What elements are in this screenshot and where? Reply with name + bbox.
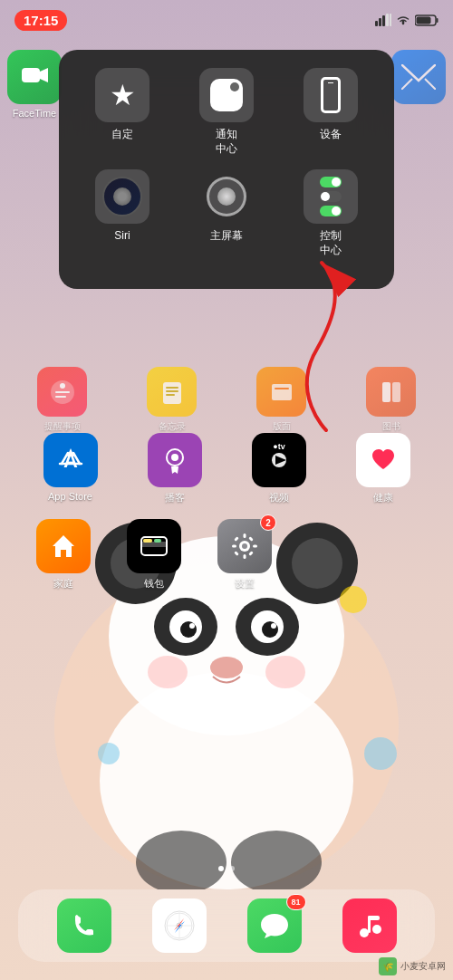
device-label: 设备 bbox=[320, 128, 342, 142]
health-svg bbox=[367, 444, 400, 476]
svg-point-12 bbox=[262, 621, 278, 638]
app-row-1: A App Store 播客 ●tv 视频 bbox=[0, 426, 453, 512]
music-dock-icon bbox=[342, 898, 397, 953]
svg-point-60 bbox=[242, 543, 247, 549]
health-icon bbox=[356, 433, 410, 487]
svg-rect-80 bbox=[368, 916, 380, 920]
svg-rect-58 bbox=[154, 539, 161, 543]
menu-item-device[interactable]: 设备 bbox=[285, 68, 376, 156]
toggle-on-1 bbox=[320, 177, 342, 187]
svg-point-77 bbox=[360, 928, 369, 937]
home-screen-icon bbox=[207, 177, 246, 216]
facetime-partial[interactable]: FaceTime bbox=[7, 50, 62, 119]
wallet-item[interactable]: 钱包 bbox=[118, 519, 190, 591]
podcasts-label: 播客 bbox=[165, 491, 185, 504]
page-dot-1 bbox=[218, 866, 224, 871]
safari-svg bbox=[163, 909, 196, 942]
customize-label: 自定 bbox=[111, 128, 133, 142]
svg-text:🌾: 🌾 bbox=[382, 961, 394, 973]
settings-item[interactable]: 2 设置 bbox=[208, 519, 281, 591]
tv-svg: ●tv bbox=[259, 444, 299, 476]
home-item[interactable]: 家庭 bbox=[27, 519, 100, 591]
status-time: 17:15 bbox=[14, 10, 67, 31]
status-bar: 17:15 bbox=[0, 0, 453, 40]
red-arrow bbox=[272, 258, 362, 439]
customize-icon-wrap: ★ bbox=[95, 68, 149, 122]
wifi-icon bbox=[396, 14, 410, 25]
messages-dock-item[interactable]: 81 bbox=[247, 898, 302, 953]
app-store-label: App Store bbox=[48, 491, 92, 502]
svg-rect-30 bbox=[417, 16, 431, 24]
device-icon-wrap bbox=[304, 68, 358, 122]
svg-point-17 bbox=[265, 656, 305, 688]
toggle-off-2 bbox=[320, 191, 342, 202]
svg-point-50 bbox=[171, 454, 178, 461]
svg-point-14 bbox=[271, 623, 276, 629]
toggle-row-1 bbox=[320, 177, 342, 187]
home-screen-label: 主屏幕 bbox=[210, 229, 243, 244]
svg-rect-68 bbox=[248, 536, 254, 542]
control-center-icon bbox=[320, 177, 342, 216]
settings-icon-wrap: 2 bbox=[217, 519, 272, 573]
svg-point-13 bbox=[189, 623, 195, 629]
svg-rect-39 bbox=[55, 396, 66, 398]
phone-dock-item[interactable] bbox=[57, 898, 111, 953]
podcasts-item[interactable]: 播客 bbox=[139, 433, 211, 504]
svg-rect-42 bbox=[166, 390, 178, 392]
phone-dock-icon bbox=[57, 898, 111, 953]
page-dot-2 bbox=[229, 866, 235, 871]
menu-item-notification-center[interactable]: 通知中心 bbox=[181, 68, 272, 156]
battery-icon bbox=[415, 14, 439, 26]
app-store-item[interactable]: A App Store bbox=[34, 433, 107, 502]
svg-point-16 bbox=[148, 656, 188, 688]
safari-dock-item[interactable] bbox=[152, 898, 207, 953]
toggle-knob-3 bbox=[332, 207, 341, 216]
watermark: 🌾 小麦安卓网 bbox=[379, 957, 446, 975]
health-item[interactable]: 健康 bbox=[347, 433, 419, 504]
svg-rect-31 bbox=[22, 68, 40, 82]
toggle-knob-2 bbox=[321, 192, 330, 201]
svg-rect-63 bbox=[232, 545, 236, 548]
svg-rect-65 bbox=[234, 536, 239, 542]
home-label: 家庭 bbox=[53, 577, 73, 591]
tv-item[interactable]: ●tv 视频 bbox=[243, 433, 315, 504]
home-icon bbox=[36, 519, 91, 573]
notification-center-label: 通知中心 bbox=[216, 128, 237, 156]
svg-rect-43 bbox=[166, 394, 175, 396]
watermark-icon: 🌾 bbox=[379, 957, 397, 975]
menu-item-customize[interactable]: ★ 自定 bbox=[77, 68, 168, 156]
settings-badge: 2 bbox=[260, 514, 276, 531]
svg-rect-64 bbox=[253, 545, 257, 548]
home-svg bbox=[47, 530, 80, 562]
page-dots bbox=[218, 866, 235, 871]
menu-item-siri[interactable]: Siri bbox=[77, 169, 168, 257]
toggle-knob-1 bbox=[332, 178, 341, 187]
books-app: 图书 bbox=[366, 367, 416, 433]
menu-item-control-center[interactable]: 控制中心 bbox=[285, 169, 376, 257]
menu-item-home-screen[interactable]: 主屏幕 bbox=[181, 169, 272, 257]
svg-rect-56 bbox=[143, 539, 152, 543]
svg-point-20 bbox=[364, 737, 397, 770]
music-dock-item[interactable] bbox=[342, 898, 397, 953]
reminders-app: 提醒事项 bbox=[37, 367, 87, 433]
svg-line-35 bbox=[425, 79, 436, 90]
safari-dock-icon bbox=[152, 898, 207, 953]
svg-rect-61 bbox=[244, 533, 246, 538]
siri-icon-wrap bbox=[95, 169, 149, 224]
settings-label: 设置 bbox=[235, 577, 255, 591]
control-center-icon-wrap bbox=[304, 169, 358, 224]
dock: 81 bbox=[18, 889, 435, 962]
notif-icon-wrap bbox=[199, 68, 254, 122]
svg-rect-29 bbox=[437, 18, 439, 23]
device-phone-icon bbox=[321, 77, 341, 113]
partial-bottom-row: 提醒事项 备忘录 版面 图书 bbox=[0, 367, 453, 433]
svg-rect-41 bbox=[166, 387, 178, 389]
mail-partial[interactable] bbox=[391, 50, 446, 119]
podcasts-icon bbox=[148, 433, 202, 487]
health-label: 健康 bbox=[373, 491, 393, 504]
app-row-2: 家庭 钱包 bbox=[0, 512, 453, 598]
notes-app: 备忘录 bbox=[147, 367, 197, 433]
star-icon: ★ bbox=[110, 78, 136, 112]
tv-label: 视频 bbox=[269, 491, 289, 504]
siri-label: Siri bbox=[114, 229, 130, 244]
